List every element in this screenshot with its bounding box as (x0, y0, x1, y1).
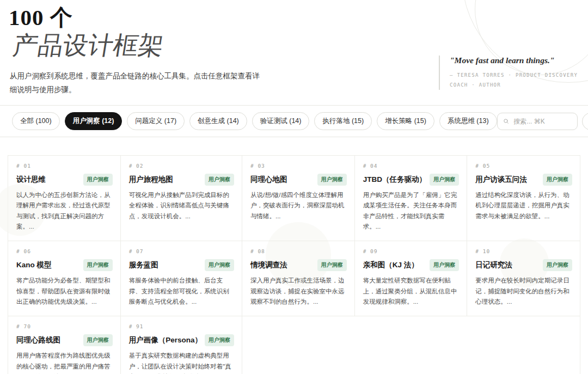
card-title: 服务蓝图 (129, 260, 158, 270)
filter-pill[interactable]: 创意生成 (14) (189, 112, 247, 130)
card-header: 同理心地图用户洞察 (250, 174, 347, 186)
card-grid: # 01设计思维用户洞察以人为中心的五步创新方法论，从理解用户需求出发，经过迭代… (8, 155, 580, 374)
card-description: 深入用户真实工作或生活场景，边观察边访谈，捕捉在实验室中永远观察不到的自然行为。… (250, 275, 347, 307)
card-title: JTBD（任务驱动） (363, 175, 426, 185)
card-title: 亲和图（KJ 法） (363, 260, 419, 270)
card-header: JTBD（任务驱动）用户洞察 (363, 174, 460, 186)
page-title: 产品设计框架 (11, 32, 166, 60)
card-description: 用用户痛苦程度作为路线图优先级的核心驱动，把最严重的用户痛苦放在最前面解决。..… (16, 351, 113, 374)
framework-card[interactable]: # 03同理心地图用户洞察从说/想/做/感四个维度立体理解用户，突破表面行为，洞… (242, 156, 355, 241)
card-category-badge: 用户洞察 (205, 174, 234, 186)
card-header: 同理心路线图用户洞察 (16, 334, 113, 346)
card-category-badge: 用户洞察 (317, 259, 347, 271)
card-title: 日记研究法 (475, 260, 512, 270)
card-number: # 05 (475, 163, 572, 169)
header: 100 个 产品设计框架 从用户洞察到系统思维，覆盖产品全链路的核心工具集。点击… (0, 0, 588, 105)
card-title: 用户画像（Persona） (129, 335, 202, 345)
toolbar-divider (0, 137, 588, 137)
filter-pill[interactable]: 验证测试 (14) (252, 112, 310, 130)
quote-block: "Move fast and learn things." — TERESA T… (439, 56, 579, 90)
filter-pill[interactable]: 增长策略 (15) (377, 112, 434, 130)
card-description: 将大量定性研究数据写在便利贴上，通过聚类分组，从混乱信息中发现规律和洞察。... (363, 275, 460, 307)
search-icon (503, 118, 509, 125)
card-number: # 08 (250, 248, 347, 254)
card-title: 同理心路线图 (16, 335, 60, 345)
card-number: # 91 (129, 323, 234, 329)
card-description: 要求用户在较长时间内定期记录日记，捕捉随时间变化的自然行为和心理状态。... (475, 275, 572, 307)
card-number: # 06 (16, 248, 113, 254)
card-number: # 03 (250, 163, 347, 169)
filter-pill[interactable]: 用户洞察 (12) (65, 112, 122, 130)
card-category-badge: 用户洞察 (83, 174, 113, 186)
card-category-badge: 用户洞察 (543, 174, 572, 186)
card-header: 服务蓝图用户洞察 (129, 259, 234, 271)
card-category-badge: 用户洞察 (430, 174, 459, 186)
card-number: # 10 (475, 248, 572, 254)
card-number: # 04 (363, 163, 460, 169)
card-category-badge: 用户洞察 (205, 334, 234, 346)
card-description: 将服务体验中的前台接触、后台支撑、支持流程全部可视化，系统识别服务断点与优化机会… (129, 275, 234, 307)
card-number: # 70 (16, 323, 113, 329)
filter-pill[interactable]: 问题定义 (17) (127, 112, 185, 130)
card-header: 日记研究法用户洞察 (475, 259, 572, 271)
empty-grid-area (242, 316, 580, 374)
card-title: 用户旅程地图 (129, 175, 173, 185)
card-description: 用户购买产品是为了「雇佣」它完成某项生活任务。关注任务本身而非产品特性，才能找到… (363, 190, 460, 232)
card-category-badge: 用户洞察 (205, 259, 234, 271)
card-title: Kano 模型 (16, 260, 52, 270)
card-header: 用户画像（Persona）用户洞察 (129, 334, 234, 346)
filter-pill[interactable]: 执行落地 (15) (314, 112, 372, 130)
card-number: # 02 (129, 163, 234, 169)
framework-card[interactable]: # 09亲和图（KJ 法）用户洞察将大量定性研究数据写在便利贴上，通过聚类分组，… (355, 241, 468, 316)
card-description: 以人为中心的五步创新方法论，从理解用户需求出发，经过迭代原型与测试，找到真正解决… (16, 190, 113, 232)
filter-pill[interactable]: 全部 (100) (12, 112, 60, 130)
card-description: 从说/想/做/感四个维度立体理解用户，突破表面行为，洞察深层动机与情绪。... (250, 190, 347, 222)
quote-text: "Move fast and learn things." (450, 56, 579, 65)
card-title: 情境调查法 (250, 260, 287, 270)
card-number: # 09 (363, 248, 460, 254)
card-title: 设计思维 (16, 175, 46, 185)
framework-card[interactable]: # 10日记研究法用户洞察要求用户在较长时间内定期记录日记，捕捉随时间变化的自然… (467, 241, 580, 316)
page-title-count: 100 个 (9, 5, 266, 30)
card-header: 用户访谈五问法用户洞察 (475, 174, 572, 186)
framework-map-button[interactable]: 框架地图 (582, 113, 588, 130)
filter-pill[interactable]: 系统思维 (13) (439, 112, 497, 130)
card-category-badge: 用户洞察 (543, 259, 572, 271)
filter-bar: 全部 (100)用户洞察 (12)问题定义 (17)创意生成 (14)验证测试 … (12, 112, 497, 130)
framework-card[interactable]: # 02用户旅程地图用户洞察可视化用户从接触产品到完成目标的全程体验，识别情绪高… (121, 156, 242, 241)
card-title: 用户访谈五问法 (475, 175, 527, 185)
card-header: Kano 模型用户洞察 (16, 259, 113, 271)
framework-card[interactable]: # 05用户访谈五问法用户洞察通过结构化深度访谈，从行为、动机到心理层层递进，挖… (467, 156, 580, 241)
card-header: 设计思维用户洞察 (16, 174, 113, 186)
card-header: 情境调查法用户洞察 (250, 259, 347, 271)
card-category-badge: 用户洞察 (430, 259, 459, 271)
card-title: 同理心地图 (250, 175, 287, 185)
framework-card[interactable]: # 07服务蓝图用户洞察将服务体验中的前台接触、后台支撑、支持流程全部可视化，系… (121, 241, 242, 316)
card-description: 可视化用户从接触产品到完成目标的全程体验，识别情绪高低点与关键痛点，发现设计机会… (129, 190, 234, 222)
card-category-badge: 用户洞察 (317, 174, 347, 186)
card-category-badge: 用户洞察 (83, 334, 113, 346)
card-description: 将产品功能分为必备型、期望型和惊喜型，帮助团队在资源有限时做出正确的功能优先级决… (16, 275, 113, 307)
framework-card[interactable]: # 01设计思维用户洞察以人为中心的五步创新方法论，从理解用户需求出发，经过迭代… (8, 156, 121, 241)
search-box[interactable] (497, 113, 578, 130)
toolbar: 全部 (100)用户洞察 (12)问题定义 (17)创意生成 (14)验证测试 … (0, 106, 588, 137)
card-number: # 01 (16, 163, 113, 169)
framework-card[interactable]: # 06Kano 模型用户洞察将产品功能分为必备型、期望型和惊喜型，帮助团队在资… (8, 241, 121, 316)
page-subtitle: 从用户洞察到系统思维，覆盖产品全链路的核心工具集。点击任意框架查看详细说明与使用… (10, 69, 266, 97)
header-titles: 100 个 产品设计框架 从用户洞察到系统思维，覆盖产品全链路的核心工具集。点击… (9, 5, 266, 97)
card-header: 用户旅程地图用户洞察 (129, 174, 234, 186)
card-description: 基于真实研究数据构建的虚构典型用户，让团队在设计决策时始终对着"真实的人"而非抽… (129, 351, 234, 374)
quote-attribution: — TERESA TORRES · PRODUCT DISCOVERY COAC… (450, 71, 579, 90)
card-header: 亲和图（KJ 法）用户洞察 (363, 259, 460, 271)
card-number: # 07 (129, 248, 234, 254)
toolbar-right: 框架地图 (497, 113, 588, 130)
framework-card[interactable]: # 04JTBD（任务驱动）用户洞察用户购买产品是为了「雇佣」它完成某项生活任务… (355, 156, 468, 241)
search-input[interactable] (512, 117, 571, 126)
card-category-badge: 用户洞察 (83, 259, 113, 271)
framework-card[interactable]: # 91用户画像（Persona）用户洞察基于真实研究数据构建的虚构典型用户，让… (121, 316, 242, 374)
framework-card[interactable]: # 70同理心路线图用户洞察用用户痛苦程度作为路线图优先级的核心驱动，把最严重的… (8, 316, 121, 374)
card-description: 通过结构化深度访谈，从行为、动机到心理层层递进，挖掘用户真实需求与未被满足的欲望… (475, 190, 572, 222)
framework-card[interactable]: # 08情境调查法用户洞察深入用户真实工作或生活场景，边观察边访谈，捕捉在实验室… (242, 241, 355, 316)
